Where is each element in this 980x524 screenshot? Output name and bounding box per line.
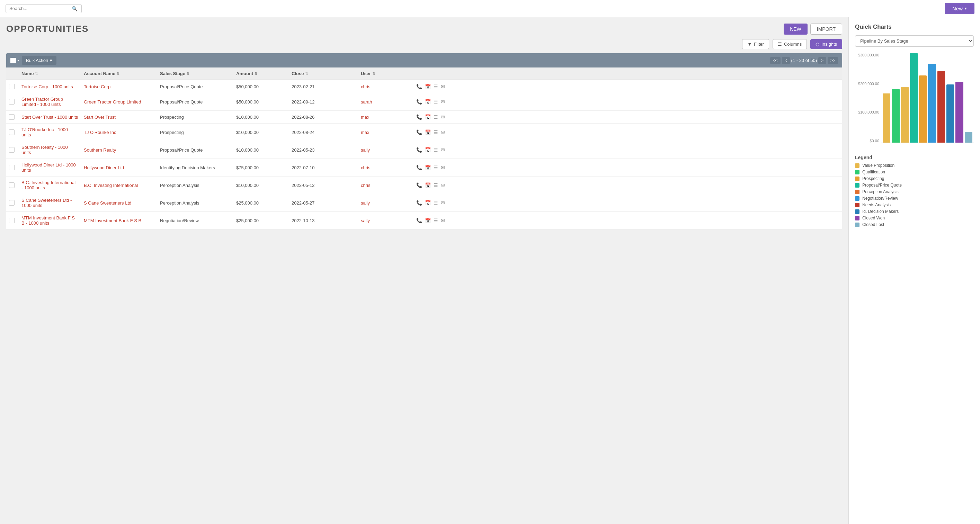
row-account[interactable]: MTM Investment Bank F S B: [81, 214, 157, 227]
row-checkbox[interactable]: [6, 214, 19, 227]
th-close[interactable]: Close ⇅: [289, 67, 358, 79]
row-name[interactable]: B.C. Investing International - 1000 unit…: [19, 176, 81, 194]
list-icon[interactable]: ☰: [434, 114, 438, 120]
row-user[interactable]: sally: [358, 214, 414, 227]
calendar-icon[interactable]: 📅: [425, 84, 431, 89]
checkbox[interactable]: [10, 58, 16, 64]
columns-icon: ☰: [778, 41, 782, 47]
row-checkbox[interactable]: [6, 197, 19, 209]
row-user[interactable]: max: [358, 111, 414, 123]
list-icon[interactable]: ☰: [434, 165, 438, 170]
email-icon[interactable]: ✉: [441, 200, 445, 206]
first-page-button[interactable]: <<: [770, 57, 781, 64]
row-account[interactable]: Southern Realty: [81, 144, 157, 156]
calendar-icon[interactable]: 📅: [425, 99, 431, 105]
row-amount: $75,000.00: [234, 162, 289, 174]
prev-page-button[interactable]: <: [782, 57, 790, 64]
email-icon[interactable]: ✉: [441, 99, 445, 105]
row-name[interactable]: TJ O'Rourke Inc - 1000 units: [19, 124, 81, 141]
row-name[interactable]: S Cane Sweeteners Ltd - 1000 units: [19, 194, 81, 211]
row-user[interactable]: sarah: [358, 96, 414, 108]
th-amount[interactable]: Amount ⇅: [234, 67, 289, 79]
row-name[interactable]: MTM Investment Bank F S B - 1000 units: [19, 212, 81, 229]
row-checkbox[interactable]: [6, 95, 19, 108]
row-name[interactable]: Start Over Trust - 1000 units: [19, 111, 81, 123]
row-checkbox[interactable]: [6, 144, 19, 156]
toolbar-left: ▾ Bulk Action ▾: [10, 56, 56, 65]
row-user[interactable]: chris: [358, 179, 414, 191]
row-account[interactable]: B.C. Investing International: [81, 179, 157, 191]
filter-button[interactable]: ▼ Filter: [742, 39, 769, 49]
th-name[interactable]: Name ⇅: [19, 67, 81, 79]
calendar-icon[interactable]: 📅: [425, 218, 431, 223]
email-icon[interactable]: ✉: [441, 114, 445, 120]
row-account[interactable]: TJ O'Rourke Inc: [81, 126, 157, 138]
row-name[interactable]: Green Tractor Group Limited - 1000 units: [19, 93, 81, 110]
legend-dot: [855, 222, 859, 227]
th-stage[interactable]: Sales Stage ⇅: [157, 67, 234, 79]
call-icon[interactable]: 📞: [416, 147, 422, 152]
email-icon[interactable]: ✉: [441, 165, 445, 170]
header-import-button[interactable]: IMPORT: [810, 24, 842, 35]
columns-button[interactable]: ☰ Columns: [773, 39, 807, 49]
row-checkbox[interactable]: [6, 179, 19, 191]
call-icon[interactable]: 📞: [416, 165, 422, 170]
select-all-checkbox[interactable]: ▾: [10, 58, 19, 64]
header-new-button[interactable]: NEW: [784, 24, 808, 35]
th-user[interactable]: User ⇅: [358, 67, 414, 79]
search-box[interactable]: 🔍: [6, 4, 82, 13]
call-icon[interactable]: 📞: [416, 84, 422, 89]
calendar-icon[interactable]: 📅: [425, 165, 431, 170]
row-user[interactable]: chris: [358, 81, 414, 93]
row-user[interactable]: max: [358, 126, 414, 138]
row-checkbox[interactable]: [6, 161, 19, 174]
row-account[interactable]: Hollywood Diner Ltd: [81, 162, 157, 174]
list-icon[interactable]: ☰: [434, 200, 438, 206]
email-icon[interactable]: ✉: [441, 218, 445, 223]
call-icon[interactable]: 📞: [416, 200, 422, 206]
chart-select[interactable]: Pipeline By Sales Stage: [855, 35, 974, 47]
calendar-icon[interactable]: 📅: [425, 147, 431, 152]
top-new-button[interactable]: New ▾: [945, 3, 974, 14]
row-account[interactable]: Tortoise Corp: [81, 81, 157, 93]
row-account[interactable]: Start Over Trust: [81, 111, 157, 123]
row-checkbox[interactable]: [6, 80, 19, 93]
calendar-icon[interactable]: 📅: [425, 114, 431, 120]
list-icon[interactable]: ☰: [434, 147, 438, 152]
search-input[interactable]: [10, 6, 72, 11]
calendar-icon[interactable]: 📅: [425, 200, 431, 206]
row-user[interactable]: chris: [358, 162, 414, 174]
calendar-icon[interactable]: 📅: [425, 129, 431, 135]
row-account[interactable]: Green Tractor Group Limited: [81, 96, 157, 108]
insights-button[interactable]: ◎ Insights: [810, 39, 842, 49]
next-page-button[interactable]: >: [818, 57, 826, 64]
call-icon[interactable]: 📞: [416, 129, 422, 135]
bar-chart: $300,000.00$200,000.00$100,000.00$0.00: [855, 53, 974, 150]
row-account[interactable]: S Cane Sweeteners Ltd: [81, 197, 157, 209]
email-icon[interactable]: ✉: [441, 183, 445, 188]
email-icon[interactable]: ✉: [441, 129, 445, 135]
row-name[interactable]: Southern Realty - 1000 units: [19, 141, 81, 159]
list-icon[interactable]: ☰: [434, 84, 438, 89]
row-name[interactable]: Tortoise Corp - 1000 units: [19, 81, 81, 93]
email-icon[interactable]: ✉: [441, 84, 445, 89]
call-icon[interactable]: 📞: [416, 183, 422, 188]
bulk-action-button[interactable]: Bulk Action ▾: [22, 56, 56, 65]
row-user[interactable]: sally: [358, 144, 414, 156]
list-icon[interactable]: ☰: [434, 129, 438, 135]
last-page-button[interactable]: >>: [827, 57, 838, 64]
row-checkbox[interactable]: [6, 126, 19, 138]
call-icon[interactable]: 📞: [416, 114, 422, 120]
row-checkbox[interactable]: [6, 111, 19, 123]
call-icon[interactable]: 📞: [416, 99, 422, 105]
list-icon[interactable]: ☰: [434, 218, 438, 223]
th-account[interactable]: Account Name ⇅: [81, 67, 157, 79]
checkbox-dropdown-arrow[interactable]: ▾: [18, 59, 19, 62]
list-icon[interactable]: ☰: [434, 183, 438, 188]
row-name[interactable]: Hollywood Diner Ltd - 1000 units: [19, 159, 81, 176]
email-icon[interactable]: ✉: [441, 147, 445, 152]
list-icon[interactable]: ☰: [434, 99, 438, 105]
calendar-icon[interactable]: 📅: [425, 183, 431, 188]
row-user[interactable]: sally: [358, 197, 414, 209]
call-icon[interactable]: 📞: [416, 218, 422, 223]
